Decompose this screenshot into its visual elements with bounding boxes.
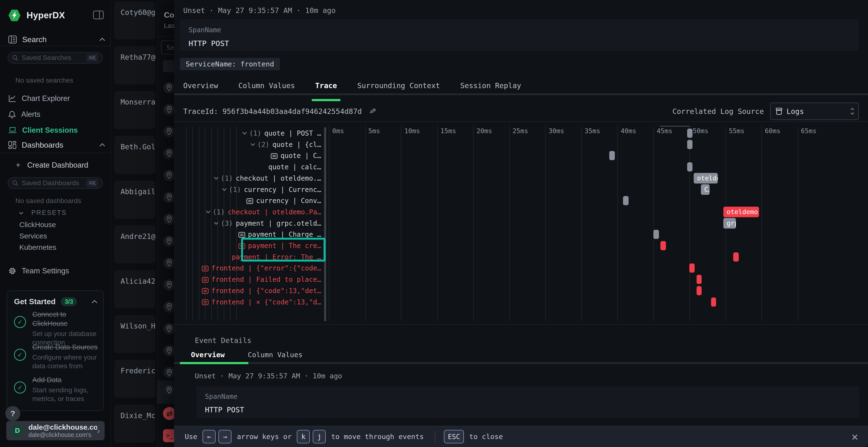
chevron-down-icon[interactable] <box>243 130 247 134</box>
span-row[interactable]: (1)currency | Currenc… <box>174 184 324 195</box>
location-pin-icon[interactable] <box>163 345 174 356</box>
span-duration-bar[interactable] <box>687 129 692 138</box>
session-card[interactable]: Andre21@ <box>114 226 155 264</box>
edit-pencil-icon[interactable]: ✎ <box>368 106 377 116</box>
chevron-down-icon[interactable] <box>250 141 255 146</box>
span-row[interactable]: quote | calc… <box>174 161 324 173</box>
chevron-down-icon[interactable] <box>206 209 210 213</box>
session-card[interactable]: Dixie_Mc <box>114 405 155 443</box>
events-search-input[interactable]: Search... <box>161 40 174 55</box>
span-duration-bar[interactable] <box>733 252 739 262</box>
span-row[interactable]: frontend | {"error":{"code… <box>174 263 324 274</box>
right-arrow-key[interactable]: → <box>218 430 231 443</box>
sidebar-item-alerts[interactable]: Alerts <box>8 108 104 121</box>
span-row[interactable]: currency | Conv… <box>174 195 324 206</box>
span-row[interactable]: quote | C… <box>174 150 324 161</box>
span-duration-bar[interactable] <box>687 140 692 149</box>
get-started-item[interactable]: ✓Add DataStart sending logs, metrics, or… <box>14 375 98 403</box>
span-duration-bar[interactable] <box>696 275 702 284</box>
k-key[interactable]: k <box>297 430 310 443</box>
span-duration-bar[interactable] <box>689 264 695 273</box>
location-pin-icon[interactable] <box>163 192 174 203</box>
sidebar-section-search[interactable]: Search <box>8 34 104 45</box>
location-pin-icon[interactable] <box>163 279 174 291</box>
log-source-select[interactable]: Logs <box>770 103 859 120</box>
session-card[interactable]: Frederic <box>114 360 155 398</box>
saved-searches-input[interactable]: Saved Searches ⌘K <box>8 52 103 64</box>
close-icon[interactable]: × <box>851 430 858 443</box>
span-duration-bar[interactable]: oteldemo. <box>694 173 718 183</box>
service-name-tag[interactable]: ServiceName: frontend <box>180 58 280 70</box>
waterfall-scrollbar[interactable] <box>324 127 326 321</box>
location-pin-icon[interactable] <box>163 323 174 335</box>
sidebar-section-dashboards[interactable]: Dashboards <box>8 140 104 150</box>
saved-dashboards-input[interactable]: Saved Dashboards ⌘K <box>8 177 103 189</box>
span-row[interactable]: frontend | × {"code":13,"d… <box>174 297 324 308</box>
location-pin-icon[interactable] <box>163 213 174 225</box>
chevron-up-icon[interactable] <box>100 38 105 43</box>
chevron-up-icon[interactable] <box>92 300 97 305</box>
location-pin-icon[interactable] <box>163 301 174 313</box>
session-card[interactable]: Retha77@ <box>114 46 155 84</box>
help-button[interactable]: ? <box>5 406 20 421</box>
span-duration-bar[interactable] <box>711 298 716 307</box>
esc-key[interactable]: ESC <box>444 430 464 443</box>
tab-surrounding-context[interactable]: Surrounding Context <box>357 81 440 95</box>
create-dashboard-button[interactable]: + Create Dashboard <box>16 161 88 170</box>
viewport-brush[interactable] <box>660 126 690 127</box>
location-pin-icon[interactable] <box>163 104 174 115</box>
span-row[interactable]: (1)checkout | oteldemo.… <box>174 173 324 184</box>
navigation-event-icon[interactable]: ⇄ <box>163 407 174 420</box>
tab-column-values[interactable]: Column Values <box>239 81 295 95</box>
tab-session-replay[interactable]: Session Replay <box>460 81 521 95</box>
get-started-item[interactable]: ✓Connect to ClickHouseSet up your databa… <box>14 310 98 347</box>
span-duration-bar[interactable]: C… <box>701 184 710 195</box>
session-card[interactable]: Monserra <box>114 91 155 129</box>
preset-clickhouse[interactable]: ClickHouse <box>19 220 56 229</box>
span-duration-bar[interactable]: oteldemo. <box>723 207 759 217</box>
event-details-tab-column-values[interactable]: Column Values <box>248 351 303 359</box>
span-duration-bar[interactable]: grp <box>723 218 736 229</box>
session-card[interactable]: Beth.Gol <box>114 136 155 174</box>
span-duration-bar[interactable] <box>696 286 702 295</box>
session-card[interactable]: Coty60@g <box>114 1 155 39</box>
location-pin-icon[interactable] <box>163 170 174 181</box>
span-duration-bar[interactable] <box>653 230 659 239</box>
location-pin-icon[interactable] <box>163 148 174 159</box>
team-settings-button[interactable]: Team Settings <box>8 265 104 277</box>
span-duration-bar[interactable] <box>623 196 628 205</box>
chevron-down-icon[interactable] <box>214 220 218 225</box>
session-card[interactable]: Abbigail <box>114 181 155 219</box>
location-pin-icon[interactable] <box>163 367 174 378</box>
span-duration-bar[interactable] <box>660 241 666 250</box>
span-duration-bar[interactable] <box>609 151 615 160</box>
sidebar-item-chart-explorer[interactable]: Chart Explorer <box>8 93 104 105</box>
j-key[interactable]: j <box>313 430 326 443</box>
collapse-sidebar-icon[interactable] <box>93 10 104 19</box>
chevron-down-icon[interactable] <box>214 175 218 179</box>
span-row[interactable]: (3)payment | grpc.oteld… <box>174 218 324 229</box>
tab-overview[interactable]: Overview <box>183 81 218 95</box>
filter-button[interactable] <box>163 60 174 72</box>
span-row[interactable]: frontend | {"code":13,"det… <box>174 285 324 297</box>
span-row[interactable]: (1)quote | POST … <box>174 128 324 139</box>
console-error-icon[interactable]: >_ <box>163 429 174 442</box>
session-card[interactable]: Alicia42 <box>114 270 155 308</box>
location-pin-icon[interactable] <box>163 384 174 396</box>
sidebar-item-client-sessions[interactable]: Client Sessions <box>8 124 104 136</box>
session-card[interactable]: Wilson_H <box>114 315 155 353</box>
chevron-down-icon[interactable] <box>222 186 226 191</box>
location-pin-icon[interactable] <box>163 257 174 269</box>
left-arrow-key[interactable]: ← <box>203 430 216 443</box>
location-pin-icon[interactable] <box>163 82 174 94</box>
span-row[interactable]: frontend | Failed to place… <box>174 274 324 285</box>
span-row[interactable]: (2)quote | {cl… <box>174 139 324 150</box>
span-duration-bar[interactable] <box>687 162 692 171</box>
tab-trace[interactable]: Trace <box>315 81 337 95</box>
preset-services[interactable]: Services <box>19 232 47 240</box>
event-details-tab-overview[interactable]: Overview <box>191 351 225 359</box>
get-started-item[interactable]: ✓Create Data SourcesConfigure where your… <box>14 342 98 370</box>
span-row[interactable]: (1)checkout | oteldemo.Pa… <box>174 206 324 218</box>
location-pin-icon[interactable] <box>163 235 174 247</box>
user-account-chip[interactable]: D dale@clickhouse.com dale@clickhouse.co… <box>6 421 105 440</box>
